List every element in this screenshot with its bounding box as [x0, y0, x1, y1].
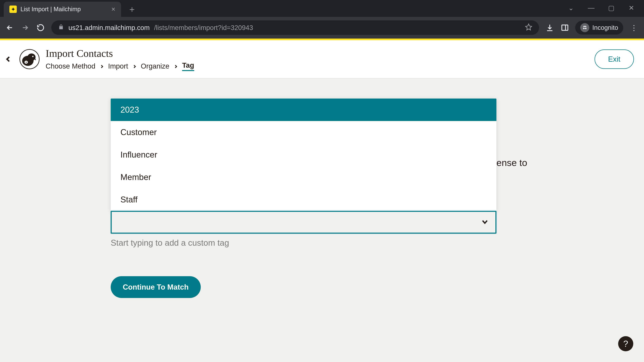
- svg-point-6: [28, 53, 36, 61]
- browser-menu-icon[interactable]: ⋮: [629, 23, 639, 32]
- tabs-dropdown-icon[interactable]: ⌄: [567, 4, 575, 12]
- tag-option[interactable]: Staff: [111, 188, 496, 211]
- header-back-icon[interactable]: [3, 54, 14, 64]
- mailchimp-favicon: ✦: [10, 5, 17, 13]
- app-header: Import Contacts Choose MethodImportOrgan…: [0, 40, 644, 78]
- mailchimp-logo[interactable]: [20, 49, 40, 69]
- url-host: us21.admin.mailchimp.com: [68, 24, 150, 31]
- browser-forward-icon[interactable]: [20, 23, 30, 32]
- tag-dropdown-listbox[interactable]: 2023CustomerInfluencerMemberStaff: [111, 98, 496, 211]
- svg-point-3: [585, 28, 586, 29]
- tag-option[interactable]: 2023: [111, 98, 496, 121]
- breadcrumb: Choose MethodImportOrganizeTag: [46, 61, 194, 71]
- incognito-avatar-icon: [580, 23, 589, 32]
- close-window-icon[interactable]: ✕: [627, 4, 636, 12]
- tag-helper-text: Start typing to add a custom tag: [111, 238, 533, 248]
- lock-icon: [58, 24, 64, 31]
- tag-combobox[interactable]: [111, 211, 496, 234]
- chevron-down-icon[interactable]: [481, 218, 489, 226]
- browser-tab[interactable]: ✦ List Import | Mailchimp ×: [4, 2, 121, 17]
- tag-option[interactable]: Customer: [111, 121, 496, 143]
- new-tab-button[interactable]: ＋: [126, 3, 138, 15]
- close-tab-icon[interactable]: ×: [111, 6, 116, 13]
- breadcrumb-step[interactable]: Organize: [141, 62, 170, 70]
- sidepanel-icon[interactable]: [560, 23, 570, 32]
- page-title: Import Contacts: [46, 47, 194, 59]
- url-path: /lists/members/import?id=320943: [154, 24, 253, 31]
- chevron-right-icon: [132, 62, 136, 70]
- bookmark-star-icon[interactable]: [525, 23, 532, 32]
- downloads-icon[interactable]: [545, 23, 554, 32]
- minimize-icon[interactable]: ―: [587, 4, 595, 12]
- svg-point-2: [583, 28, 584, 29]
- tag-option[interactable]: Member: [111, 166, 496, 188]
- svg-point-9: [26, 62, 27, 63]
- browser-tabstrip: ✦ List Import | Mailchimp × ＋ ⌄ ― ▢ ✕: [0, 0, 644, 17]
- chevron-right-icon: [174, 62, 178, 70]
- breadcrumb-step[interactable]: Import: [108, 62, 128, 70]
- breadcrumb-step[interactable]: Tag: [182, 61, 194, 71]
- tab-title: List Import | Mailchimp: [20, 6, 108, 13]
- content-scroll[interactable]: ense to 2023CustomerInfluencerMemberStaf…: [0, 78, 644, 362]
- browser-toolbar: us21.admin.mailchimp.com/lists/members/i…: [0, 17, 644, 38]
- continue-button[interactable]: Continue To Match: [111, 276, 201, 298]
- help-fab[interactable]: ?: [618, 336, 633, 351]
- window-controls: ⌄ ― ▢ ✕: [567, 4, 644, 17]
- breadcrumb-step[interactable]: Choose Method: [46, 62, 96, 70]
- tag-input[interactable]: [118, 218, 481, 227]
- svg-rect-0: [562, 25, 568, 30]
- brand-stripe: [0, 38, 644, 40]
- incognito-label: Incognito: [592, 24, 618, 31]
- chevron-right-icon: [100, 62, 104, 70]
- page-viewport: Import Contacts Choose MethodImportOrgan…: [0, 38, 644, 362]
- browser-omnibox[interactable]: us21.admin.mailchimp.com/lists/members/i…: [51, 20, 539, 35]
- exit-button[interactable]: Exit: [594, 49, 634, 69]
- maximize-icon[interactable]: ▢: [607, 4, 616, 12]
- incognito-badge[interactable]: Incognito: [575, 21, 623, 34]
- browser-back-icon[interactable]: [5, 23, 14, 32]
- browser-reload-icon[interactable]: [36, 23, 45, 32]
- svg-point-7: [32, 56, 34, 57]
- tag-option[interactable]: Influencer: [111, 143, 496, 166]
